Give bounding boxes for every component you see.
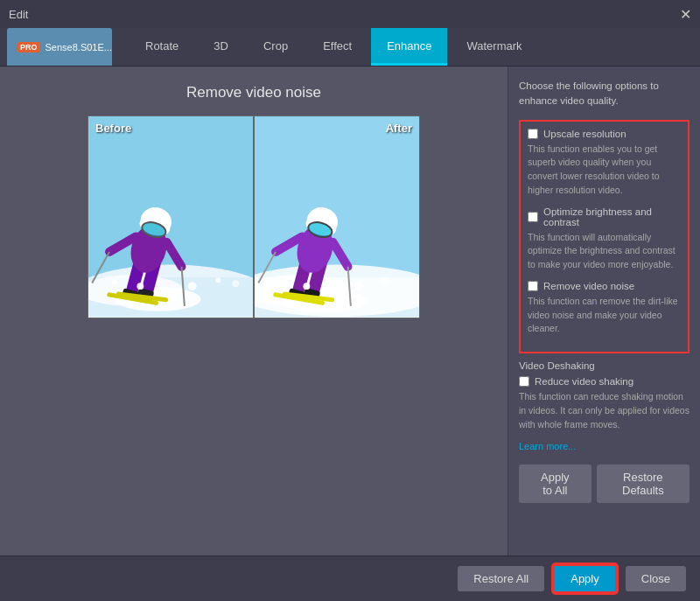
nav-tabs: Rotate 3D Crop Effect Enhance Watermark (130, 28, 538, 66)
svg-point-46 (278, 279, 284, 284)
upscale-desc: This function enables you to get superb … (528, 143, 681, 198)
title-bar: Edit ✕ (0, 0, 700, 28)
preview-area: Remove video noise Before (0, 66, 508, 556)
right-action-buttons: Apply to All Restore Defaults (519, 465, 690, 503)
svg-point-49 (354, 282, 363, 290)
close-button[interactable]: Close (626, 566, 686, 591)
noise-desc: This function can remove the dirt-like v… (528, 295, 681, 336)
svg-point-24 (215, 277, 220, 283)
right-panel: Choose the following options to enhance … (508, 66, 700, 556)
preview-title: Remove video noise (186, 84, 321, 101)
restore-all-button[interactable]: Restore All (458, 566, 544, 591)
upscale-checkbox[interactable] (528, 129, 538, 139)
apply-to-all-button[interactable]: Apply to All (519, 465, 592, 503)
options-highlight-box: Upscale resolution This function enables… (519, 120, 690, 354)
before-after-container: Before (88, 115, 420, 318)
upscale-option-label[interactable]: Upscale resolution (528, 129, 681, 139)
option-group-noise: Remove video noise This function can rem… (528, 281, 681, 336)
brightness-desc: This function will automatically optimiz… (528, 231, 681, 272)
before-panel: Before (88, 115, 254, 318)
option-group-deshake: Reduce video shaking This function can r… (519, 376, 690, 431)
tab-3d[interactable]: 3D (198, 28, 244, 66)
tab-rotate[interactable]: Rotate (130, 28, 194, 66)
panel-intro: Choose the following options to enhance … (519, 79, 690, 109)
brightness-label-text: Optimize brightness and contrast (543, 206, 681, 227)
brightness-checkbox[interactable] (528, 212, 538, 222)
svg-point-23 (188, 282, 197, 290)
after-panel: After (254, 115, 420, 318)
file-tab[interactable]: PRO Sense8.S01E... (7, 28, 112, 66)
svg-point-48 (330, 288, 335, 293)
tab-crop[interactable]: Crop (248, 28, 304, 66)
tab-effect[interactable]: Effect (307, 28, 368, 66)
option-group-brightness: Optimize brightness and contrast This fu… (528, 206, 681, 272)
svg-point-20 (112, 279, 117, 284)
file-type-icon: PRO (18, 42, 40, 52)
apply-button[interactable]: Apply (553, 564, 617, 593)
svg-point-47 (303, 283, 310, 290)
option-group-upscale: Upscale resolution This function enables… (528, 129, 681, 198)
before-label: Before (95, 122, 131, 135)
tab-enhance[interactable]: Enhance (371, 28, 447, 66)
deshake-desc: This function can reduce shaking motion … (519, 390, 690, 431)
learn-more-link[interactable]: Learn more... (519, 441, 576, 451)
noise-checkbox[interactable] (528, 281, 538, 291)
svg-point-22 (164, 288, 169, 293)
noise-option-label[interactable]: Remove video noise (528, 281, 681, 291)
restore-defaults-button[interactable]: Restore Defaults (597, 465, 690, 503)
close-window-button[interactable]: ✕ (680, 6, 691, 23)
after-label: After (386, 122, 412, 135)
deshake-option-label[interactable]: Reduce video shaking (519, 376, 690, 387)
svg-point-21 (136, 283, 144, 290)
deshake-label-text: Reduce video shaking (535, 376, 634, 387)
deshaking-section-title: Video Deshaking (519, 360, 690, 371)
file-tab-name: Sense8.S01E... (46, 42, 112, 52)
svg-point-25 (232, 280, 239, 287)
svg-point-50 (382, 277, 387, 283)
deshake-checkbox[interactable] (519, 376, 529, 387)
bottom-bar: Restore All Apply Close (0, 556, 700, 601)
brightness-option-label[interactable]: Optimize brightness and contrast (528, 206, 681, 227)
main-content: Remove video noise Before (0, 66, 700, 556)
tab-watermark[interactable]: Watermark (451, 28, 537, 66)
skier-image-after (255, 116, 419, 318)
upscale-label-text: Upscale resolution (543, 129, 626, 139)
tab-bar: PRO Sense8.S01E... Rotate 3D Crop Effect… (0, 28, 700, 66)
window-title: Edit (9, 8, 28, 21)
noise-label-text: Remove video noise (543, 281, 634, 291)
skier-image-before (88, 116, 253, 318)
